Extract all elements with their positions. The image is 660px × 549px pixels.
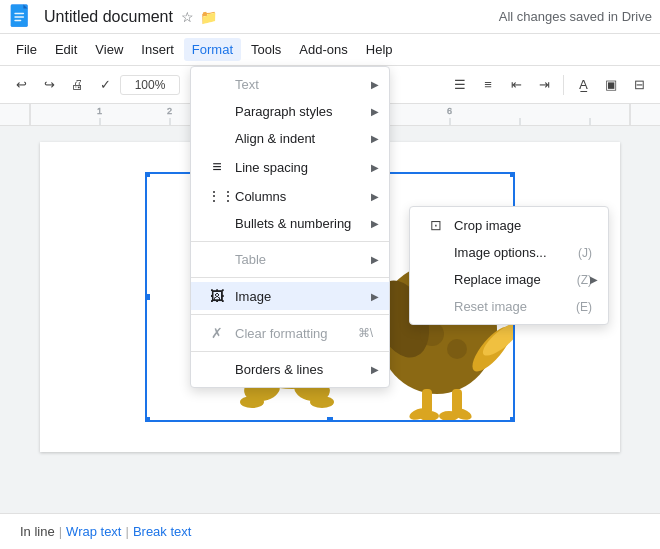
- menu-divider-4: [191, 351, 389, 352]
- numbered-list-button[interactable]: ≡: [475, 72, 501, 98]
- indent-decrease-button[interactable]: ⇤: [503, 72, 529, 98]
- zoom-control[interactable]: 100%: [120, 75, 180, 95]
- menu-bar: File Edit View Insert Format Tools Add-o…: [0, 34, 660, 66]
- svg-text:6: 6: [447, 106, 452, 116]
- paragraph-styles-label: Paragraph styles: [235, 104, 373, 119]
- break-text-link[interactable]: Break text: [133, 524, 192, 539]
- star-icon[interactable]: ☆: [181, 9, 194, 25]
- menu-divider-2: [191, 277, 389, 278]
- svg-point-55: [419, 411, 439, 421]
- wrap-text-link[interactable]: Wrap text: [66, 524, 121, 539]
- replace-label: Replace image: [454, 272, 561, 287]
- menu-divider-3: [191, 314, 389, 315]
- handle-middle-left[interactable]: [145, 293, 151, 301]
- format-menu: Text Paragraph styles Align & indent ≡ L…: [190, 66, 390, 388]
- image-icon: 🖼: [207, 288, 227, 304]
- svg-text:1: 1: [97, 106, 102, 116]
- crop-label: Crop image: [454, 218, 592, 233]
- columns-icon: ⋮⋮: [207, 188, 227, 204]
- document-title[interactable]: Untitled document: [44, 8, 173, 26]
- handle-bottom-left[interactable]: [145, 416, 151, 422]
- svg-rect-5: [14, 19, 21, 20]
- redo-button[interactable]: ↪: [36, 72, 62, 98]
- format-menu-align-indent[interactable]: Align & indent: [191, 125, 389, 152]
- format-menu-line-spacing[interactable]: ≡ Line spacing: [191, 152, 389, 182]
- text-label: Text: [235, 77, 373, 92]
- toolbar-separator-2: [563, 75, 564, 95]
- svg-point-37: [240, 396, 264, 408]
- image-label: Image: [235, 289, 373, 304]
- align-label: Align & indent: [235, 131, 373, 146]
- format-menu-text[interactable]: Text: [191, 71, 389, 98]
- reset-shortcut: (E): [576, 300, 592, 314]
- submenu-image-options[interactable]: Image options... (J): [410, 239, 608, 266]
- handle-bottom-middle[interactable]: [326, 416, 334, 422]
- line-spacing-label: Line spacing: [235, 160, 373, 175]
- format-menu-columns[interactable]: ⋮⋮ Columns: [191, 182, 389, 210]
- svg-text:2: 2: [167, 106, 172, 116]
- svg-point-59: [447, 339, 467, 359]
- columns-label: Columns: [235, 189, 373, 204]
- spellcheck-button[interactable]: ✓: [92, 72, 118, 98]
- format-menu-image[interactable]: 🖼 Image: [191, 282, 389, 310]
- table-label: Table: [235, 252, 373, 267]
- format-menu-clear-formatting[interactable]: ✗ Clear formatting ⌘\: [191, 319, 389, 347]
- handle-bottom-right[interactable]: [509, 416, 515, 422]
- title-action-icons: ☆ 📁: [181, 9, 217, 25]
- indent-increase-button[interactable]: ⇥: [531, 72, 557, 98]
- undo-button[interactable]: ↩: [8, 72, 34, 98]
- replace-shortcut: (Z): [577, 273, 592, 287]
- borders-label: Borders & lines: [235, 362, 373, 377]
- menu-tools[interactable]: Tools: [243, 38, 289, 61]
- svg-point-38: [310, 396, 334, 408]
- submenu-reset-image[interactable]: Reset image (E): [410, 293, 608, 320]
- svg-point-58: [420, 322, 444, 346]
- clear-icon: ✗: [207, 325, 227, 341]
- menu-help[interactable]: Help: [358, 38, 401, 61]
- border-button[interactable]: ▣: [598, 72, 624, 98]
- line-spacing-icon: ≡: [207, 158, 227, 176]
- image-submenu: ⊡ Crop image Image options... (J) Replac…: [409, 206, 609, 325]
- svg-rect-4: [14, 16, 24, 17]
- clear-shortcut: ⌘\: [358, 326, 373, 340]
- reset-label: Reset image: [454, 299, 560, 314]
- menu-edit[interactable]: Edit: [47, 38, 85, 61]
- svg-rect-3: [14, 12, 24, 13]
- folder-icon[interactable]: 📁: [200, 9, 217, 25]
- highlight-button[interactable]: A̲: [570, 72, 596, 98]
- handle-top-left[interactable]: [145, 172, 151, 178]
- handle-top-right[interactable]: [509, 172, 515, 178]
- menu-file[interactable]: File: [8, 38, 45, 61]
- format-menu-paragraph-styles[interactable]: Paragraph styles: [191, 98, 389, 125]
- submenu-crop-image[interactable]: ⊡ Crop image: [410, 211, 608, 239]
- separator-1: |: [59, 524, 62, 539]
- title-bar: Untitled document ☆ 📁 All changes saved …: [0, 0, 660, 34]
- crop-icon: ⊡: [426, 217, 446, 233]
- columns-button[interactable]: ⊟: [626, 72, 652, 98]
- options-shortcut: (J): [578, 246, 592, 260]
- menu-insert[interactable]: Insert: [133, 38, 182, 61]
- print-button[interactable]: 🖨: [64, 72, 90, 98]
- status-bar: In line | Wrap text | Break text: [0, 513, 660, 549]
- menu-divider-1: [191, 241, 389, 242]
- save-status: All changes saved in Drive: [499, 9, 652, 24]
- menu-addons[interactable]: Add-ons: [291, 38, 355, 61]
- options-label: Image options...: [454, 245, 562, 260]
- bullet-list-button[interactable]: ☰: [447, 72, 473, 98]
- inline-label: In line: [20, 524, 55, 539]
- clear-label: Clear formatting: [235, 326, 342, 341]
- separator-2: |: [125, 524, 128, 539]
- bullets-label: Bullets & numbering: [235, 216, 373, 231]
- submenu-replace-image[interactable]: Replace image (Z): [410, 266, 608, 293]
- docs-logo-icon: [8, 3, 36, 31]
- format-menu-table[interactable]: Table: [191, 246, 389, 273]
- menu-view[interactable]: View: [87, 38, 131, 61]
- format-menu-borders-lines[interactable]: Borders & lines: [191, 356, 389, 383]
- format-menu-bullets-numbering[interactable]: Bullets & numbering: [191, 210, 389, 237]
- menu-format[interactable]: Format: [184, 38, 241, 61]
